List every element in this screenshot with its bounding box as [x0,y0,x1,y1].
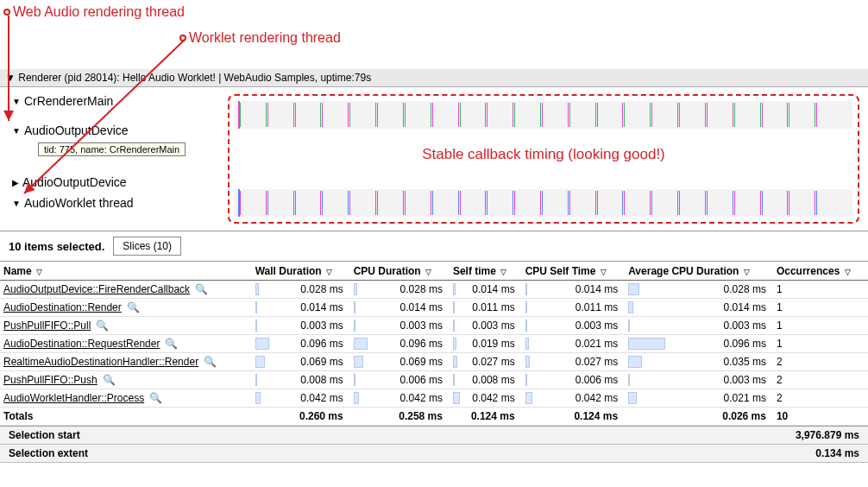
magnify-icon[interactable]: 🔍 [149,392,162,404]
magnify-icon[interactable]: 🔍 [96,319,109,332]
slice-name-link[interactable]: PushPullFIFO::Push [3,374,97,386]
magnify-icon[interactable]: 🔍 [204,356,217,368]
selection-extent-label: Selection extent [9,447,88,459]
chevron-down-icon: ▼ [12,126,21,136]
process-header: ▼ Renderer (pid 28014): Hello Audio Work… [0,69,868,87]
trace-lane-upper[interactable] [235,101,852,129]
trace-lane-lower[interactable] [235,189,852,217]
col-cpu[interactable]: CPU Duration ▽ [350,262,450,281]
chevron-down-icon[interactable]: ▼ [5,72,16,84]
magnify-icon[interactable]: 🔍 [103,374,116,386]
table-row[interactable]: AudioOutputDevice::FireRenderCallback🔍0.… [0,281,868,299]
track-item-audioworklet[interactable]: ▼ AudioWorklet thread [0,193,224,213]
col-cpuself[interactable]: CPU Self Time ▽ [522,262,626,281]
col-occ[interactable]: Occurrences ▽ [773,262,868,281]
table-row[interactable]: AudioDestination::Render🔍0.014 ms0.014 m… [0,299,868,317]
col-avgcpu[interactable]: Average CPU Duration ▽ [625,262,773,281]
col-self[interactable]: Self time ▽ [450,262,522,281]
totals-row: Totals0.260 ms0.258 ms0.124 ms0.124 ms0.… [0,408,868,426]
table-row[interactable]: AudioDestination::RequestRender🔍0.096 ms… [0,335,868,353]
slice-name-link[interactable]: AudioDestination::Render [3,301,122,313]
tracks-viewport: ▼ CrRendererMain ▼ AudioOutputDevice tid… [0,87,868,231]
slices-tab-button[interactable]: Slices (10) [113,237,181,256]
track-item-audiooutput2[interactable]: ▶ AudioOutputDevice [0,172,224,193]
chevron-down-icon: ▼ [12,97,21,106]
track-item-crrenderer[interactable]: ▼ CrRendererMain [0,91,224,111]
table-row[interactable]: PushPullFIFO::Push🔍0.008 ms0.006 ms0.008… [0,371,868,389]
process-title: Renderer (pid 28014): Hello Audio Workle… [18,72,371,84]
chevron-right-icon: ▶ [12,178,19,187]
col-wall[interactable]: Wall Duration ▽ [252,262,350,281]
slice-name-link[interactable]: AudioWorkletHandler::Process [3,392,144,404]
slice-name-link[interactable]: AudioDestination::RequestRender [3,338,160,350]
annotation-stable: Stable callback timing (looking good!) [230,146,858,163]
col-name[interactable]: Name ▽ [0,262,252,281]
selection-start-value: 3,976.879 ms [796,429,859,441]
slices-table: Name ▽ Wall Duration ▽ CPU Duration ▽ Se… [0,261,868,426]
table-row[interactable]: PushPullFIFO::Pull🔍0.003 ms0.003 ms0.003… [0,317,868,335]
selection-extent-value: 0.134 ms [815,447,859,459]
selection-bar: 10 items selected. Slices (10) [0,231,868,261]
chevron-down-icon: ▼ [12,199,21,208]
tooltip: tid: 775, name: CrRendererMain [38,142,186,156]
selection-footer: Selection start 3,976.879 ms Selection e… [0,426,868,463]
items-selected-label: 10 items selected. [9,240,104,253]
magnify-icon[interactable]: 🔍 [165,338,178,350]
table-row[interactable]: RealtimeAudioDestinationHandler::Render🔍… [0,353,868,371]
slice-name-link[interactable]: PushPullFIFO::Pull [3,319,91,332]
slice-name-link[interactable]: RealtimeAudioDestinationHandler::Render [3,356,198,368]
tracks-sidebar: ▼ CrRendererMain ▼ AudioOutputDevice tid… [0,87,224,231]
table-row[interactable]: AudioWorkletHandler::Process🔍0.042 ms0.0… [0,389,868,408]
stable-callback-region: Stable callback timing (looking good!) [228,94,859,224]
timeline[interactable]: Stable callback timing (looking good!) [224,87,868,231]
slice-name-link[interactable]: AudioOutputDevice::FireRenderCallback [3,283,190,295]
selection-start-label: Selection start [9,429,80,441]
magnify-icon[interactable]: 🔍 [127,301,140,313]
magnify-icon[interactable]: 🔍 [195,283,208,295]
track-item-audiooutput1[interactable]: ▼ AudioOutputDevice [0,120,224,141]
